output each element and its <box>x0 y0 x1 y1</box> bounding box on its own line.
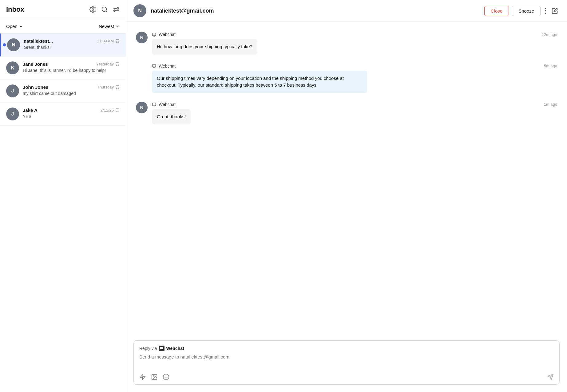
conv-preview-jane: Hi Jane, this is Tanner. I'd be happy to… <box>23 68 120 73</box>
conversation-item-john[interactable]: J John Jones Thursday my shirt ca <box>0 80 126 103</box>
svg-rect-15 <box>160 347 163 349</box>
filter-bar: Open Newest <box>0 19 126 33</box>
left-panel: Inbox <box>0 0 126 392</box>
msg-avatar-3: N <box>136 102 148 113</box>
msg-bubble-3: Great, thanks! <box>152 109 191 125</box>
filter-button[interactable] <box>113 6 120 13</box>
compose-button[interactable] <box>550 6 560 15</box>
unread-dot <box>3 43 6 46</box>
webchat-icon <box>159 346 165 351</box>
inbox-title: Inbox <box>6 6 24 14</box>
message-group-2: Webchat 5m ago Our shipping times vary d… <box>136 63 557 93</box>
svg-point-19 <box>163 374 169 380</box>
msg-channel-icon-1 <box>152 32 156 37</box>
reply-meta-2: Webchat 5m ago <box>152 63 557 69</box>
close-button[interactable]: Close <box>484 6 509 16</box>
inbox-header: Inbox <box>0 0 126 19</box>
emoji-button[interactable] <box>163 373 169 380</box>
svg-line-2 <box>106 11 107 12</box>
reply-via: Reply via Webchat <box>139 346 554 351</box>
conversation-item-jane[interactable]: K Jane Jones Yesterday Hi Jane, t <box>0 57 126 80</box>
msg-body-3: Webchat 1m ago Great, thanks! <box>152 102 557 125</box>
message-group-1: N Webchat 12m ago Hi, how long does your… <box>136 32 557 55</box>
avatar-jane: K <box>6 61 19 74</box>
conversation-item-natalie[interactable]: N nataliektest... 11:09 AM Great, <box>0 33 126 57</box>
msg-time-1: 12m ago <box>541 32 557 37</box>
msg-bubble-1: Hi, how long does your shipping typicall… <box>152 39 257 55</box>
svg-point-9 <box>545 10 546 11</box>
send-button[interactable] <box>547 373 554 381</box>
msg-meta-1: Webchat 12m ago <box>152 32 557 37</box>
conv-preview-natalie: Great, thanks! <box>24 45 120 50</box>
msg-body-1: Webchat 12m ago Hi, how long does your s… <box>152 32 557 55</box>
svg-point-8 <box>545 8 546 9</box>
conv-name-john: John Jones <box>23 84 48 90</box>
conv-content-john: John Jones Thursday my shirt came out da… <box>23 84 120 96</box>
conv-channel-icon-jane <box>115 62 120 67</box>
conv-name-jane: Jane Jones <box>23 61 48 67</box>
conv-time-john: Thursday <box>97 85 120 90</box>
conv-content-natalie: nataliektest... 11:09 AM Great, thanks! <box>24 38 120 50</box>
conv-name-jake: Jake A <box>23 108 38 113</box>
conv-time-natalie: 11:09 AM <box>97 39 120 44</box>
msg-channel-name-2: Webchat <box>159 64 176 69</box>
svg-point-10 <box>545 13 546 14</box>
msg-channel-icon-3 <box>152 102 156 107</box>
chat-header: N nataliektest@gmail.com Close Snooze <box>126 0 567 22</box>
conv-time-jake: 2/11/25 <box>101 108 120 113</box>
conv-name-natalie: nataliektest... <box>24 38 53 44</box>
conv-preview-john: my shirt came out damaged <box>23 91 120 96</box>
search-button[interactable] <box>101 6 108 13</box>
msg-channel-icon-2 <box>152 63 156 69</box>
header-icons <box>89 6 120 13</box>
conv-channel-icon-john <box>115 85 120 90</box>
settings-button[interactable] <box>89 6 96 13</box>
reply-box: Reply via Webchat <box>133 340 560 385</box>
reply-toolbar <box>139 370 554 381</box>
conversation-list: N nataliektest... 11:09 AM Great, <box>0 33 126 392</box>
msg-meta-3: Webchat 1m ago <box>152 102 557 107</box>
msg-bubble-2: Our shipping times vary depending on you… <box>152 71 367 93</box>
message-group-3: N Webchat 1m ago Great, thanks! <box>136 102 557 125</box>
reply-input[interactable] <box>139 354 554 365</box>
conv-channel-icon-natalie <box>115 39 120 44</box>
avatar-natalie: N <box>7 38 20 51</box>
chat-messages: N Webchat 12m ago Hi, how long does your… <box>126 22 567 340</box>
conv-preview-jake: YES <box>23 114 120 119</box>
chat-header-avatar: N <box>133 4 146 17</box>
msg-avatar-1: N <box>136 32 148 43</box>
svg-point-18 <box>153 375 154 376</box>
conv-meta-jane: Jane Jones Yesterday <box>23 61 120 67</box>
chat-header-email: nataliektest@gmail.com <box>151 8 480 14</box>
msg-time-2: 5m ago <box>544 64 557 68</box>
snooze-button[interactable]: Snooze <box>512 6 541 16</box>
conversation-item-jake[interactable]: J Jake A 2/11/25 YES <box>0 103 126 126</box>
msg-channel-name-3: Webchat <box>159 102 176 107</box>
msg-time-3: 1m ago <box>544 102 557 107</box>
conv-channel-icon-jake <box>115 108 120 113</box>
conv-meta-jake: Jake A 2/11/25 <box>23 108 120 113</box>
image-button[interactable] <box>151 373 158 380</box>
right-panel: N nataliektest@gmail.com Close Snooze <box>126 0 567 392</box>
conv-content-jake: Jake A 2/11/25 YES <box>23 108 120 119</box>
avatar-jake: J <box>6 108 19 120</box>
quick-reply-button[interactable] <box>139 373 146 380</box>
conv-meta-natalie: nataliektest... 11:09 AM <box>24 38 120 44</box>
newest-filter-button[interactable]: Newest <box>99 24 120 29</box>
conv-meta-john: John Jones Thursday <box>23 84 120 90</box>
conv-content-jane: Jane Jones Yesterday Hi Jane, this is Ta… <box>23 61 120 73</box>
chat-header-actions: Close Snooze <box>484 6 560 16</box>
svg-point-0 <box>92 9 94 10</box>
msg-channel-name-1: Webchat <box>159 32 176 37</box>
open-filter-button[interactable]: Open <box>6 24 23 29</box>
conv-time-jane: Yesterday <box>96 62 120 67</box>
more-options-button[interactable] <box>544 6 547 15</box>
avatar-john: J <box>6 84 19 97</box>
svg-marker-16 <box>140 374 145 380</box>
